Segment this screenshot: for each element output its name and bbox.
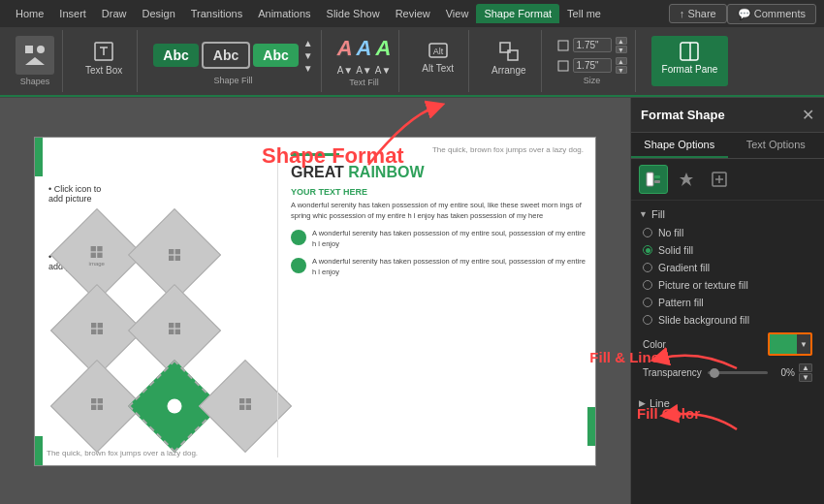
tab-animations[interactable]: Animations <box>250 4 318 23</box>
picture-fill-label: Picture or texture fill <box>658 279 748 291</box>
slide-title: GREAT RAINBOW <box>291 164 586 181</box>
radio-gradient-fill[interactable] <box>643 263 652 272</box>
bullet-item-1: A wonderful serenity has taken possessio… <box>291 229 586 249</box>
bullet-text-2: A wonderful serenity has taken possessio… <box>312 257 586 277</box>
svg-rect-39 <box>246 405 251 410</box>
ribbon-tabs: Home Insert Draw Design Transitions Anim… <box>0 0 824 27</box>
text-fill-icon: A▼ <box>337 65 354 76</box>
text-outline-icon: A▼ <box>356 65 372 76</box>
fill-option-slide-bg[interactable]: Slide background fill <box>639 311 816 329</box>
size-label: Size <box>584 76 601 85</box>
effects-icon-btn[interactable] <box>672 165 701 194</box>
transparency-row: Transparency 0% ▲ ▼ <box>639 360 816 386</box>
tab-view[interactable]: View <box>438 4 477 23</box>
height-input[interactable] <box>573 38 612 52</box>
textbox-button[interactable]: Text Box <box>79 36 129 86</box>
dropdown-chevron: ▼ <box>800 340 808 349</box>
tab-transitions[interactable]: Transitions <box>183 4 250 23</box>
alt-text-button[interactable]: Alt Alt Text <box>415 36 460 86</box>
svg-marker-43 <box>680 173 693 186</box>
comments-button[interactable]: 💬 Comments <box>727 4 816 24</box>
fill-section-header[interactable]: ▼ Fill <box>639 205 816 224</box>
line-arrow: ▶ <box>639 398 646 408</box>
color-dropdown-arrow[interactable]: ▼ <box>797 334 810 354</box>
fill-option-solid[interactable]: Solid fill <box>639 241 816 259</box>
shape-styles-group: Abc Abc Abc ▲ ▼ ▼ Shape Fill <box>145 30 321 92</box>
size-properties-icon-btn[interactable] <box>705 165 734 194</box>
style-more[interactable]: ▼ <box>303 63 313 74</box>
transparency-down[interactable]: ▼ <box>799 373 812 382</box>
svg-rect-37 <box>246 398 251 403</box>
alt-text-label: Alt Text <box>422 63 454 74</box>
shapes-gallery[interactable] <box>16 36 54 75</box>
fill-option-no-fill[interactable]: No fill <box>639 224 816 241</box>
svg-rect-14 <box>91 246 96 251</box>
slide-subtitle: YOUR TEXT HERE <box>291 187 586 197</box>
radio-pattern-fill[interactable] <box>643 298 652 307</box>
format-pane-group: Format Pane <box>644 30 737 92</box>
tab-insert[interactable]: Insert <box>51 4 94 23</box>
line-section-header[interactable]: ▶ Line <box>639 394 816 413</box>
transparency-up[interactable]: ▲ <box>799 363 812 372</box>
fill-label: Fill <box>651 208 665 220</box>
radio-picture-fill[interactable] <box>643 280 652 290</box>
radio-no-fill[interactable] <box>643 228 652 237</box>
width-input[interactable] <box>573 58 612 73</box>
svg-rect-40 <box>647 173 653 186</box>
fill-option-gradient[interactable]: Gradient fill <box>639 259 816 276</box>
svg-rect-26 <box>169 323 174 328</box>
arrange-button[interactable]: Arrange <box>485 36 533 86</box>
svg-rect-31 <box>98 398 103 403</box>
svg-rect-15 <box>98 246 103 251</box>
style-scroll-up[interactable]: ▲ <box>303 38 313 48</box>
fill-line-icon-btn[interactable] <box>639 165 668 194</box>
style-btn-1[interactable]: Abc <box>153 44 198 67</box>
tab-review[interactable]: Review <box>388 4 438 23</box>
height-stepper[interactable]: ▲ ▼ <box>616 37 627 53</box>
transparency-slider[interactable] <box>708 371 769 374</box>
tab-shape-options[interactable]: Shape Options <box>631 133 728 158</box>
transparency-stepper[interactable]: ▲ ▼ <box>799 363 812 382</box>
tab-tell-me[interactable]: Tell me <box>559 4 609 23</box>
svg-rect-25 <box>98 330 103 334</box>
style-btn-3[interactable]: Abc <box>253 44 298 67</box>
svg-rect-42 <box>654 180 660 183</box>
svg-rect-11 <box>558 61 568 71</box>
svg-rect-33 <box>98 405 103 410</box>
wordart-a1[interactable]: A <box>337 36 353 61</box>
style-btn-2[interactable]: Abc <box>202 42 250 69</box>
alt-text-group: Alt Alt Text <box>407 30 469 92</box>
wordart-a3[interactable]: A <box>375 36 391 61</box>
tab-slideshow[interactable]: Slide Show <box>319 4 388 23</box>
fill-option-picture[interactable]: Picture or texture fill <box>639 276 816 294</box>
color-picker-btn[interactable]: ▼ <box>768 332 812 356</box>
svg-rect-21 <box>175 256 180 261</box>
tab-design[interactable]: Design <box>135 4 183 23</box>
tab-shape-format[interactable]: Shape Format <box>476 4 559 23</box>
fill-option-pattern[interactable]: Pattern fill <box>639 294 816 311</box>
slide-divider <box>277 147 278 457</box>
format-pane-button[interactable]: Format Pane <box>651 36 729 86</box>
svg-rect-18 <box>169 249 174 254</box>
tab-text-options[interactable]: Text Options <box>728 133 825 158</box>
slide-area: The quick, brown fox jumps over a lazy d… <box>0 98 630 504</box>
wordart-group: A A A A▼ A▼ A▼ Text Fill <box>330 30 400 92</box>
style-scroll-down[interactable]: ▼ <box>303 50 313 61</box>
tab-draw[interactable]: Draw <box>94 4 135 23</box>
svg-rect-27 <box>175 323 180 328</box>
radio-slide-bg-fill[interactable] <box>643 315 652 325</box>
ribbon-body: Shapes Text Box Abc Abc Abc ▲ ▼ <box>0 27 824 97</box>
svg-rect-0 <box>25 46 33 53</box>
svg-rect-12 <box>681 43 698 60</box>
panel-close-button[interactable]: ✕ <box>802 106 814 124</box>
tab-home[interactable]: Home <box>8 4 51 23</box>
svg-rect-28 <box>169 330 174 334</box>
wordart-a2[interactable]: A <box>357 36 372 61</box>
line-label: Line <box>650 397 670 409</box>
svg-rect-19 <box>175 249 180 254</box>
bullet-dot-2 <box>291 258 306 273</box>
share-button[interactable]: ↑ Share <box>669 4 727 23</box>
arrange-group: Arrange <box>477 30 542 92</box>
width-stepper[interactable]: ▲ ▼ <box>616 57 627 74</box>
radio-solid-fill[interactable] <box>643 245 652 255</box>
